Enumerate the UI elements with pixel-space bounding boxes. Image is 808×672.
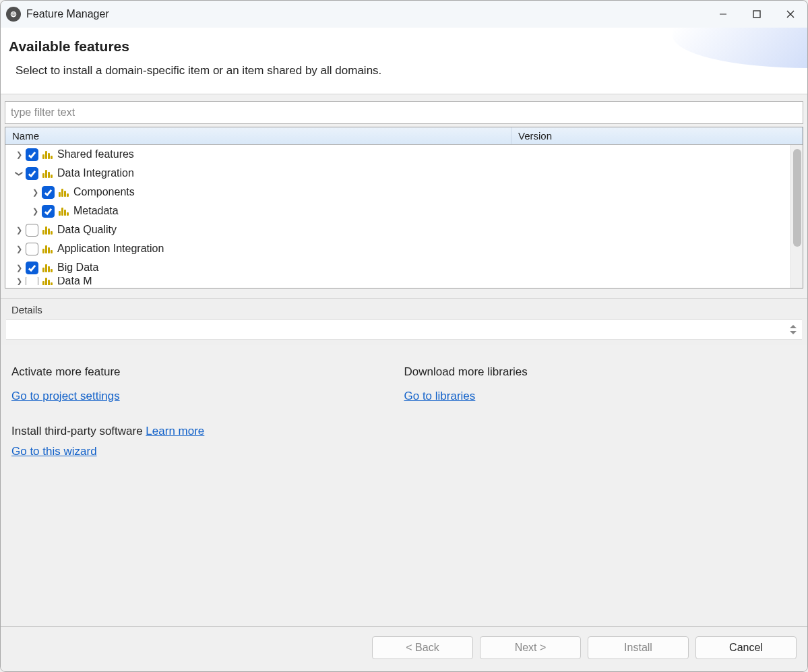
tree-row-metadata[interactable]: ❯ Metadata <box>5 202 803 220</box>
activate-block: Activate more feature Go to project sett… <box>11 365 404 403</box>
window-controls <box>706 1 807 28</box>
checkbox[interactable] <box>26 277 38 285</box>
svg-rect-1 <box>753 11 760 18</box>
chevron-right-icon[interactable]: ❯ <box>30 188 40 197</box>
wizard-footer: < Back Next > Install Cancel <box>1 626 807 671</box>
details-label: Details <box>11 304 802 315</box>
filter-area <box>1 94 807 127</box>
chevron-right-icon[interactable]: ❯ <box>13 150 24 159</box>
next-button[interactable]: Next > <box>480 636 581 659</box>
tree-body: ❯ Shared features ❯ Data Integration ❯ C… <box>5 145 803 288</box>
tree-scroll: ❯ Shared features ❯ Data Integration ❯ C… <box>5 145 803 288</box>
details-group: Details <box>1 299 807 345</box>
install-button[interactable]: Install <box>588 636 689 659</box>
tree-row-data-integration[interactable]: ❯ Data Integration <box>5 164 803 183</box>
column-version[interactable]: Version <box>511 127 803 144</box>
tree-row-shared-features[interactable]: ❯ Shared features <box>5 145 803 164</box>
checkbox[interactable] <box>42 205 55 218</box>
tree-row-data-quality[interactable]: ❯ Data Quality <box>5 220 803 239</box>
wizard-banner: Available features Select to install a d… <box>1 28 807 94</box>
column-name[interactable]: Name <box>5 127 511 144</box>
spinner-up-icon[interactable] <box>790 325 797 328</box>
titlebar: ⊜ Feature Manager <box>1 1 807 28</box>
links-area: Activate more feature Go to project sett… <box>1 345 807 626</box>
vertical-scrollbar[interactable] <box>790 145 803 288</box>
wizard-link[interactable]: Go to this wizard <box>11 445 97 458</box>
activate-title: Activate more feature <box>11 365 404 379</box>
feature-icon <box>42 244 53 253</box>
checkbox[interactable] <box>42 186 55 199</box>
libraries-link[interactable]: Go to libraries <box>404 390 476 402</box>
learn-more-link[interactable]: Learn more <box>146 425 204 437</box>
wizard-link-row: Go to this wizard <box>11 445 404 458</box>
checkbox[interactable] <box>26 148 38 161</box>
download-block: Download more libraries Go to libraries <box>404 365 797 403</box>
feature-icon <box>59 187 69 197</box>
tree-item-label: Data M <box>57 277 92 285</box>
cancel-button[interactable]: Cancel <box>695 636 797 659</box>
tree-row-big-data[interactable]: ❯ Big Data <box>5 258 803 277</box>
chevron-right-icon[interactable]: ❯ <box>13 245 24 253</box>
app-icon: ⊜ <box>6 7 21 22</box>
tree-row-partial[interactable]: ❯ Data M <box>5 277 803 285</box>
feature-icon <box>42 277 53 285</box>
scrollbar-thumb[interactable] <box>793 149 801 247</box>
feature-tree: Name Version ❯ Shared features ❯ Data In… <box>5 127 803 288</box>
checkbox[interactable] <box>26 243 38 255</box>
third-party-prefix: Install third-party software <box>11 425 146 437</box>
spinner-down-icon[interactable] <box>790 331 797 334</box>
feature-manager-window: ⊜ Feature Manager Available features Sel… <box>0 0 808 672</box>
banner-subtitle: Select to install a domain-specific item… <box>15 64 795 78</box>
checkbox[interactable] <box>26 262 38 274</box>
back-button[interactable]: < Back <box>372 636 473 659</box>
checkbox[interactable] <box>26 167 38 180</box>
feature-icon <box>42 263 53 272</box>
checkbox[interactable] <box>26 224 38 237</box>
banner-heading: Available features <box>9 38 795 55</box>
details-box[interactable] <box>6 319 802 340</box>
download-title: Download more libraries <box>404 365 797 379</box>
chevron-right-icon[interactable]: ❯ <box>13 277 24 285</box>
tree-row-components[interactable]: ❯ Components <box>5 183 803 202</box>
tree-item-label: Metadata <box>73 205 119 217</box>
tree-item-label: Application Integration <box>57 243 164 255</box>
tree-header: Name Version <box>5 127 803 145</box>
tree-item-label: Data Integration <box>57 167 134 179</box>
window-title: Feature Manager <box>26 8 706 20</box>
close-button[interactable] <box>774 1 807 28</box>
chevron-right-icon[interactable]: ❯ <box>13 264 24 272</box>
tree-item-label: Components <box>73 186 135 198</box>
third-party-line: Install third-party software Learn more <box>11 425 404 438</box>
tree-row-application-integration[interactable]: ❯ Application Integration <box>5 239 803 258</box>
feature-icon <box>42 225 53 235</box>
filter-input[interactable] <box>5 101 803 124</box>
maximize-button[interactable] <box>740 1 774 28</box>
spinner-control[interactable] <box>790 320 801 339</box>
feature-icon <box>42 169 53 178</box>
minimize-button[interactable] <box>706 1 740 28</box>
chevron-right-icon[interactable]: ❯ <box>30 207 40 216</box>
project-settings-link[interactable]: Go to project settings <box>11 390 120 402</box>
feature-icon <box>42 150 53 159</box>
feature-icon <box>59 206 69 216</box>
tree-item-label: Big Data <box>57 262 98 274</box>
chevron-right-icon[interactable]: ❯ <box>13 226 24 235</box>
tree-item-label: Data Quality <box>57 224 117 236</box>
tree-item-label: Shared features <box>57 148 134 160</box>
chevron-down-icon[interactable]: ❯ <box>15 168 24 179</box>
